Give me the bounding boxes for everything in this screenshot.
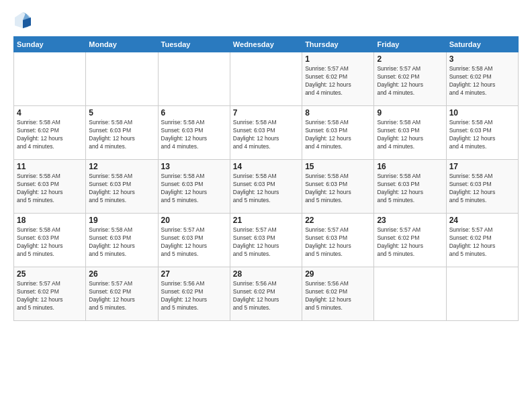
cell-info: Sunrise: 5:58 AM Sunset: 6:03 PM Dayligh… (89, 173, 154, 205)
cell-info: Sunrise: 5:58 AM Sunset: 6:02 PM Dayligh… (17, 119, 83, 151)
cell-info: Sunrise: 5:57 AM Sunset: 6:03 PM Dayligh… (233, 226, 299, 259)
cell-info: Sunrise: 5:58 AM Sunset: 6:03 PM Dayligh… (161, 173, 227, 205)
cell-info: Sunrise: 5:58 AM Sunset: 6:03 PM Dayligh… (233, 173, 299, 205)
day-number: 8 (305, 108, 371, 118)
calendar-cell: 24Sunrise: 5:57 AM Sunset: 6:02 PM Dayli… (446, 214, 518, 267)
cell-info: Sunrise: 5:56 AM Sunset: 6:02 PM Dayligh… (161, 280, 227, 312)
cell-info: Sunrise: 5:57 AM Sunset: 6:02 PM Dayligh… (377, 65, 443, 97)
day-number: 15 (305, 162, 371, 171)
cell-info: Sunrise: 5:57 AM Sunset: 6:02 PM Dayligh… (305, 65, 371, 97)
calendar-cell (86, 52, 158, 106)
calendar-cell: 19Sunrise: 5:58 AM Sunset: 6:03 PM Dayli… (86, 214, 158, 267)
weekday-header-sunday: Sunday (14, 37, 86, 52)
day-number: 20 (161, 216, 227, 225)
calendar-cell: 21Sunrise: 5:57 AM Sunset: 6:03 PM Dayli… (230, 214, 302, 267)
day-number: 6 (161, 108, 227, 118)
weekday-header-friday: Friday (374, 37, 446, 52)
calendar-header: SundayMondayTuesdayWednesdayThursdayFrid… (14, 37, 519, 52)
calendar-cell: 11Sunrise: 5:58 AM Sunset: 6:03 PM Dayli… (14, 160, 86, 214)
day-number: 23 (377, 216, 443, 225)
calendar-cell: 1Sunrise: 5:57 AM Sunset: 6:02 PM Daylig… (302, 52, 374, 106)
calendar-cell: 22Sunrise: 5:57 AM Sunset: 6:03 PM Dayli… (302, 214, 374, 267)
day-number: 25 (17, 269, 83, 279)
day-number: 13 (161, 162, 227, 171)
calendar-cell (374, 267, 446, 321)
weekday-header-saturday: Saturday (446, 37, 518, 52)
calendar-week-5: 25Sunrise: 5:57 AM Sunset: 6:02 PM Dayli… (14, 267, 519, 321)
day-number: 24 (449, 216, 515, 225)
cell-info: Sunrise: 5:58 AM Sunset: 6:03 PM Dayligh… (449, 173, 515, 205)
calendar-cell: 8Sunrise: 5:58 AM Sunset: 6:03 PM Daylig… (302, 106, 374, 160)
calendar-cell: 16Sunrise: 5:58 AM Sunset: 6:03 PM Dayli… (374, 160, 446, 214)
cell-info: Sunrise: 5:58 AM Sunset: 6:03 PM Dayligh… (161, 119, 227, 151)
calendar-cell: 20Sunrise: 5:57 AM Sunset: 6:03 PM Dayli… (158, 214, 230, 267)
day-number: 12 (89, 162, 154, 171)
cell-info: Sunrise: 5:58 AM Sunset: 6:03 PM Dayligh… (449, 119, 515, 151)
day-number: 4 (17, 108, 83, 118)
day-number: 26 (89, 269, 154, 279)
calendar-cell: 9Sunrise: 5:58 AM Sunset: 6:03 PM Daylig… (374, 106, 446, 160)
cell-info: Sunrise: 5:58 AM Sunset: 6:03 PM Dayligh… (89, 226, 154, 259)
day-number: 1 (305, 54, 371, 64)
header (13, 11, 519, 30)
calendar-cell: 12Sunrise: 5:58 AM Sunset: 6:03 PM Dayli… (86, 160, 158, 214)
cell-info: Sunrise: 5:58 AM Sunset: 6:03 PM Dayligh… (17, 173, 83, 205)
cell-info: Sunrise: 5:57 AM Sunset: 6:02 PM Dayligh… (377, 226, 443, 259)
calendar-cell (446, 267, 518, 321)
calendar-cell: 13Sunrise: 5:58 AM Sunset: 6:03 PM Dayli… (158, 160, 230, 214)
calendar-cell: 14Sunrise: 5:58 AM Sunset: 6:03 PM Dayli… (230, 160, 302, 214)
day-number: 19 (89, 216, 154, 225)
cell-info: Sunrise: 5:58 AM Sunset: 6:03 PM Dayligh… (17, 226, 83, 259)
weekday-header-row: SundayMondayTuesdayWednesdayThursdayFrid… (14, 37, 519, 52)
day-number: 29 (305, 269, 371, 279)
day-number: 18 (17, 216, 83, 225)
calendar-cell: 18Sunrise: 5:58 AM Sunset: 6:03 PM Dayli… (14, 214, 86, 267)
cell-info: Sunrise: 5:58 AM Sunset: 6:03 PM Dayligh… (377, 119, 443, 151)
cell-info: Sunrise: 5:57 AM Sunset: 6:03 PM Dayligh… (305, 226, 371, 259)
calendar-cell: 7Sunrise: 5:58 AM Sunset: 6:03 PM Daylig… (230, 106, 302, 160)
calendar-body: 1Sunrise: 5:57 AM Sunset: 6:02 PM Daylig… (14, 52, 519, 321)
calendar-cell: 25Sunrise: 5:57 AM Sunset: 6:02 PM Dayli… (14, 267, 86, 321)
calendar-week-3: 11Sunrise: 5:58 AM Sunset: 6:03 PM Dayli… (14, 160, 519, 214)
day-number: 11 (17, 162, 83, 171)
calendar-cell: 28Sunrise: 5:56 AM Sunset: 6:02 PM Dayli… (230, 267, 302, 321)
calendar-cell (14, 52, 86, 106)
day-number: 2 (377, 54, 443, 64)
cell-info: Sunrise: 5:57 AM Sunset: 6:02 PM Dayligh… (89, 280, 154, 312)
cell-info: Sunrise: 5:58 AM Sunset: 6:03 PM Dayligh… (305, 119, 371, 151)
calendar-cell: 6Sunrise: 5:58 AM Sunset: 6:03 PM Daylig… (158, 106, 230, 160)
cell-info: Sunrise: 5:56 AM Sunset: 6:02 PM Dayligh… (305, 280, 371, 312)
cell-info: Sunrise: 5:58 AM Sunset: 6:03 PM Dayligh… (89, 119, 154, 151)
weekday-header-wednesday: Wednesday (230, 37, 302, 52)
calendar-cell: 29Sunrise: 5:56 AM Sunset: 6:02 PM Dayli… (302, 267, 374, 321)
weekday-header-monday: Monday (86, 37, 158, 52)
day-number: 9 (377, 108, 443, 118)
weekday-header-thursday: Thursday (302, 37, 374, 52)
day-number: 7 (233, 108, 299, 118)
calendar-cell: 2Sunrise: 5:57 AM Sunset: 6:02 PM Daylig… (374, 52, 446, 106)
calendar-cell: 5Sunrise: 5:58 AM Sunset: 6:03 PM Daylig… (86, 106, 158, 160)
cell-info: Sunrise: 5:58 AM Sunset: 6:03 PM Dayligh… (305, 173, 371, 205)
calendar-cell: 15Sunrise: 5:58 AM Sunset: 6:03 PM Dayli… (302, 160, 374, 214)
day-number: 16 (377, 162, 443, 171)
cell-info: Sunrise: 5:58 AM Sunset: 6:03 PM Dayligh… (233, 119, 299, 151)
day-number: 21 (233, 216, 299, 225)
logo (13, 11, 35, 30)
day-number: 28 (233, 269, 299, 279)
calendar-page: SundayMondayTuesdayWednesdayThursdayFrid… (0, 0, 532, 411)
cell-info: Sunrise: 5:57 AM Sunset: 6:02 PM Dayligh… (17, 280, 83, 312)
cell-info: Sunrise: 5:58 AM Sunset: 6:02 PM Dayligh… (449, 65, 515, 97)
cell-info: Sunrise: 5:57 AM Sunset: 6:03 PM Dayligh… (161, 226, 227, 259)
calendar-cell: 10Sunrise: 5:58 AM Sunset: 6:03 PM Dayli… (446, 106, 518, 160)
calendar-cell: 26Sunrise: 5:57 AM Sunset: 6:02 PM Dayli… (86, 267, 158, 321)
calendar-cell: 3Sunrise: 5:58 AM Sunset: 6:02 PM Daylig… (446, 52, 518, 106)
calendar-week-4: 18Sunrise: 5:58 AM Sunset: 6:03 PM Dayli… (14, 214, 519, 267)
day-number: 17 (449, 162, 515, 171)
calendar-cell: 23Sunrise: 5:57 AM Sunset: 6:02 PM Dayli… (374, 214, 446, 267)
day-number: 10 (449, 108, 515, 118)
calendar-week-2: 4Sunrise: 5:58 AM Sunset: 6:02 PM Daylig… (14, 106, 519, 160)
calendar-cell: 17Sunrise: 5:58 AM Sunset: 6:03 PM Dayli… (446, 160, 518, 214)
day-number: 3 (449, 54, 515, 64)
cell-info: Sunrise: 5:57 AM Sunset: 6:02 PM Dayligh… (449, 226, 515, 259)
calendar-cell (230, 52, 302, 106)
